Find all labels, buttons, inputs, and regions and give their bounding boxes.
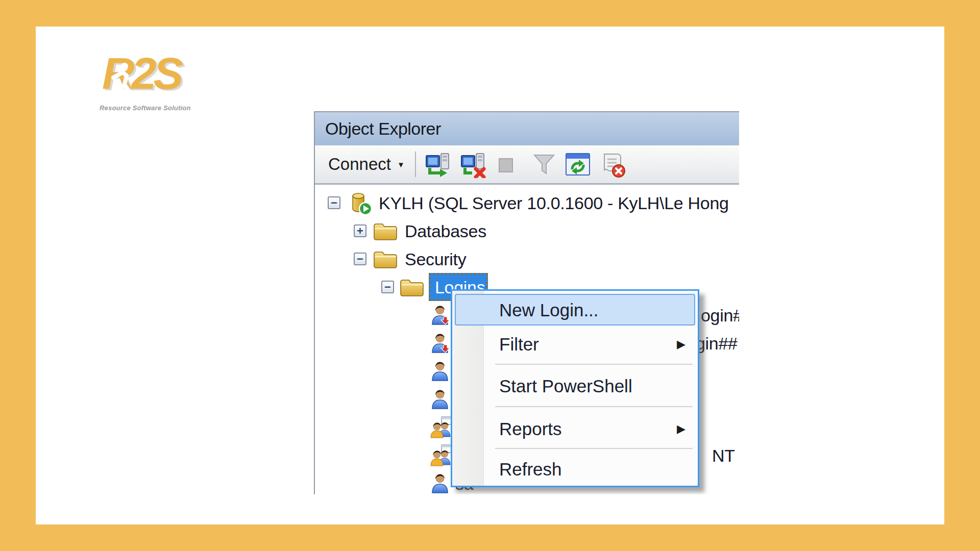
login-label-fragment: NT: [712, 442, 735, 470]
tree-row-databases[interactable]: + Databases: [315, 217, 739, 245]
folder-icon: [373, 248, 398, 270]
menu-separator: [495, 406, 693, 407]
folder-icon: [400, 276, 424, 298]
login-label-fragment: ogin#: [701, 302, 739, 330]
security-label: Security: [405, 245, 466, 273]
user-group-icon: [430, 444, 453, 467]
user-icon: [430, 472, 452, 494]
logo-runner-icon: [109, 62, 136, 101]
sql-server-icon: [349, 192, 373, 216]
context-menu: New Login... Filter ▶ Start PowerShell R…: [451, 289, 699, 487]
connect-server-button[interactable]: [425, 153, 451, 178]
r2s-logo: R2S Resource Software Solution: [87, 47, 219, 139]
slide-background: R2S Resource Software Solution Object Ex…: [0, 0, 980, 551]
connect-button[interactable]: Connect ▼: [328, 145, 405, 183]
panel-toolbar: Connect ▼: [315, 145, 739, 185]
menu-item-filter[interactable]: Filter ▶: [452, 330, 698, 359]
menu-item-start-powershell[interactable]: Start PowerShell: [452, 372, 698, 400]
menu-item-refresh[interactable]: Refresh: [452, 455, 698, 484]
refresh-button[interactable]: [566, 153, 591, 178]
tree-row-server[interactable]: − KYLH (SQL Server 10.0.1600 - KyLH\Le H…: [315, 189, 739, 217]
expander-minus-icon[interactable]: −: [354, 253, 366, 265]
expander-minus-icon[interactable]: −: [328, 196, 340, 209]
filter-icon: [532, 153, 556, 177]
connect-label: Connect: [328, 155, 391, 174]
user-icon: [430, 360, 452, 383]
tree-row-security[interactable]: − Security: [315, 245, 739, 273]
login-label-fragment: gin##: [696, 330, 738, 358]
logo-tagline: Resource Software Solution: [100, 104, 191, 112]
user-disabled-icon: [430, 332, 452, 355]
user-disabled-icon: [430, 304, 452, 327]
user-icon: [430, 388, 452, 411]
expander-minus-icon[interactable]: −: [381, 281, 394, 293]
panel-titlebar: Object Explorer: [315, 112, 739, 145]
content-card: R2S Resource Software Solution Object Ex…: [36, 27, 944, 524]
menu-separator: [495, 364, 693, 365]
disconnect-server-icon: [460, 153, 486, 178]
user-group-icon: [430, 416, 453, 439]
object-explorer-panel: Object Explorer Connect ▼: [314, 111, 739, 494]
menu-separator: [495, 448, 693, 449]
folder-icon: [373, 220, 398, 242]
menu-item-new-login[interactable]: New Login...: [452, 296, 698, 324]
submenu-arrow-icon: ▶: [677, 338, 685, 351]
script-error-icon: [600, 153, 626, 178]
stop-button[interactable]: [499, 158, 513, 172]
panel-title: Object Explorer: [325, 112, 441, 145]
filter-button[interactable]: [532, 153, 558, 178]
connect-server-icon: [425, 153, 451, 178]
disconnect-server-button[interactable]: [460, 153, 486, 178]
databases-label: Databases: [405, 217, 486, 245]
menu-item-reports[interactable]: Reports ▶: [452, 415, 698, 443]
chevron-down-icon: ▼: [397, 160, 405, 169]
expander-plus-icon[interactable]: +: [354, 224, 366, 237]
script-error-button[interactable]: [600, 153, 626, 178]
server-label: KYLH (SQL Server 10.0.1600 - KyLH\Le Hon…: [379, 189, 729, 217]
toolbar-separator: [415, 152, 416, 177]
submenu-arrow-icon: ▶: [677, 422, 685, 436]
refresh-icon: [566, 153, 591, 177]
